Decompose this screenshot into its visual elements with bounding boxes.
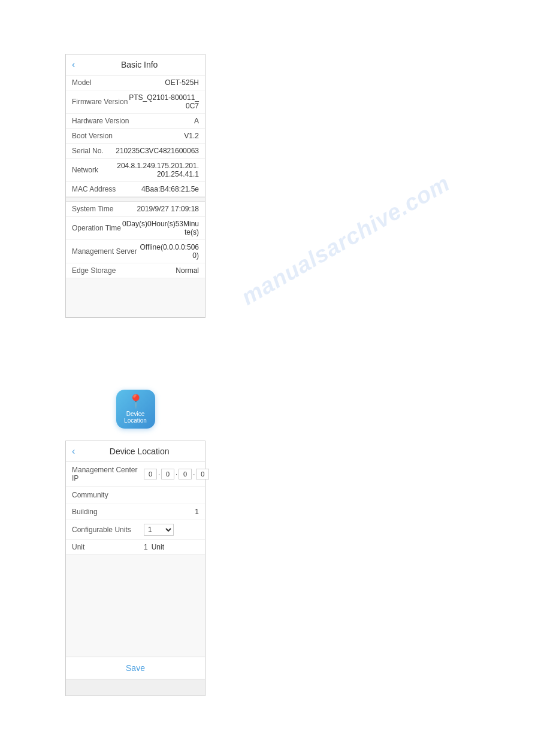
save-button[interactable]: Save <box>126 663 145 673</box>
mac-address-row: MAC Address 4Baa:B4:68:21.5e <box>66 182 205 197</box>
unit-number: 1 <box>144 543 148 551</box>
ip-octet-4[interactable] <box>196 469 209 479</box>
mac-address-label: MAC Address <box>72 185 116 193</box>
community-row: Community <box>66 487 205 503</box>
ip-octet-2[interactable] <box>161 469 174 479</box>
save-bar: Save <box>66 657 205 679</box>
firmware-version-label: Firmware Version <box>72 98 128 106</box>
device-location-icon-section: 📍 Device Location <box>65 390 205 429</box>
network-row: Network 204.8.1.249.175.201.201.201.254.… <box>66 159 205 182</box>
ip-dot-3: · <box>193 470 195 478</box>
device-location-icon-label: Device Location <box>116 411 155 424</box>
configurable-units-select[interactable]: 1 2 3 4 <box>144 524 174 536</box>
serial-no-label: Serial No. <box>72 147 104 155</box>
boot-version-label: Boot Version <box>72 132 113 140</box>
gear-location-icon: 📍 <box>128 395 144 408</box>
device-location-icon-button[interactable]: 📍 Device Location <box>116 390 155 429</box>
ip-octet-1[interactable] <box>144 469 157 479</box>
device-location-panel: ‹ Device Location Management Center IP ·… <box>65 441 205 696</box>
basic-info-title: Basic Info <box>80 60 199 69</box>
configurable-units-row: Configurable Units 1 2 3 4 <box>66 520 205 540</box>
device-location-header: ‹ Device Location <box>66 441 205 462</box>
operation-time-row: Operation Time 0Day(s)0Hour(s)53Minute(s… <box>66 217 205 240</box>
boot-version-value: V1.2 <box>184 132 199 140</box>
building-row: Building 1 <box>66 503 205 520</box>
device-location-back-button[interactable]: ‹ <box>72 446 75 457</box>
system-time-label: System Time <box>72 205 113 213</box>
management-center-ip-label: Management Center IP <box>72 466 144 482</box>
edge-storage-value: Normal <box>176 266 199 275</box>
model-row: Model OET-525H <box>66 75 205 90</box>
community-label: Community <box>72 491 144 499</box>
hardware-version-value: A <box>194 117 199 125</box>
unit-text: Unit <box>152 543 164 551</box>
basic-info-empty-area <box>66 278 205 317</box>
operation-time-label: Operation Time <box>72 224 121 232</box>
edge-storage-row: Edge Storage Normal <box>66 263 205 278</box>
management-server-row: Management Server Offline(0.0.0.0:5060) <box>66 240 205 263</box>
mac-address-value: 4Baa:B4:68:21.5e <box>141 185 199 193</box>
system-time-value: 2019/9/27 17:09:18 <box>137 205 199 213</box>
basic-info-panel: ‹ Basic Info Model OET-525H Firmware Ver… <box>65 54 205 318</box>
operation-time-value: 0Day(s)0Hour(s)53Minute(s) <box>121 220 199 236</box>
ip-octet-3[interactable] <box>179 469 192 479</box>
bottom-bar <box>66 679 205 696</box>
basic-info-back-button[interactable]: ‹ <box>72 59 75 70</box>
system-time-row: System Time 2019/9/27 17:09:18 <box>66 202 205 217</box>
configurable-units-label: Configurable Units <box>72 526 144 534</box>
firmware-version-value: PTS_Q2101-800011_0C7 <box>128 93 199 110</box>
network-value: 204.8.1.249.175.201.201.201.254.41.1 <box>115 162 199 178</box>
firmware-version-row: Firmware Version PTS_Q2101-800011_0C7 <box>66 90 205 114</box>
ip-dot-1: · <box>158 470 160 478</box>
ip-input-group: · · · <box>144 469 209 479</box>
serial-no-row: Serial No. 210235C3VC4821600063 <box>66 144 205 159</box>
device-location-title: Device Location <box>80 447 199 456</box>
serial-no-value: 210235C3VC4821600063 <box>116 147 199 155</box>
panel-divider <box>66 197 205 202</box>
model-value: OET-525H <box>165 78 199 87</box>
basic-info-header: ‹ Basic Info <box>66 54 205 75</box>
ip-dot-2: · <box>176 470 177 478</box>
edge-storage-label: Edge Storage <box>72 266 116 275</box>
device-location-empty-area <box>66 555 205 657</box>
model-label: Model <box>72 78 92 87</box>
building-label: Building <box>72 508 144 516</box>
boot-version-row: Boot Version V1.2 <box>66 129 205 144</box>
unit-row: Unit 1 Unit <box>66 540 205 555</box>
unit-label: Unit <box>72 543 144 551</box>
building-value: 1 <box>144 508 199 516</box>
management-center-ip-row: Management Center IP · · · <box>66 462 205 487</box>
management-server-value: Offline(0.0.0.0:5060) <box>137 243 199 260</box>
hardware-version-row: Hardware Version A <box>66 114 205 129</box>
hardware-version-label: Hardware Version <box>72 117 129 125</box>
network-label: Network <box>72 166 98 174</box>
management-server-label: Management Server <box>72 247 137 256</box>
